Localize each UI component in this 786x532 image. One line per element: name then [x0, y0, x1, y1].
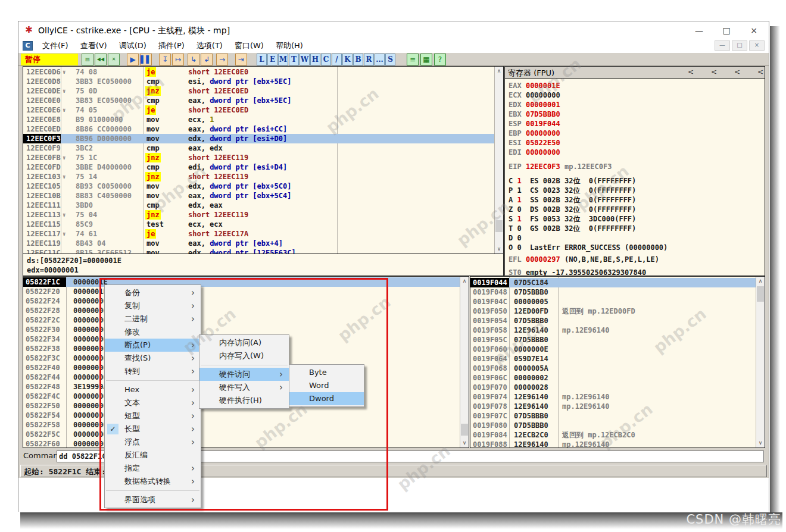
menubar-item-2[interactable]: 调试(D) [113, 39, 152, 52]
executables-window-button[interactable]: E [267, 54, 277, 65]
collapse-button[interactable]: < [756, 68, 765, 76]
register-line[interactable]: EIP 12EEC0F3 mp.12EEC0F3 [509, 162, 612, 171]
stack-row[interactable]: 0019F06C00000002 [470, 373, 765, 383]
open-file-button[interactable]: ▤ [82, 54, 93, 65]
register-line[interactable]: Z 0 DS 002B 32位 0(FFFFFFFF) [509, 205, 636, 214]
stack-row[interactable]: 0019F07812E96140mp.12E96140 [470, 402, 765, 411]
collapse-button[interactable]: < [687, 68, 695, 76]
step-over-button[interactable]: ↦ [172, 54, 184, 65]
register-line[interactable]: EFL 00000297 (NO,B,NE,BE,S,PE,L,LE) [509, 255, 659, 264]
patches-window-button[interactable]: / [332, 54, 342, 65]
register-line[interactable]: O 0 LastErr ERROR_SUCCESS (00000000) [509, 243, 668, 252]
scroll-up-icon[interactable]: ∧ [495, 67, 503, 76]
register-line[interactable]: EBP 00000000 [509, 129, 560, 138]
stack-row[interactable]: 0019F07412E96140mp.12E96140 [470, 392, 765, 402]
disasm-row[interactable]: 12EEC0E03B83 EC050000cmpeax, dword ptr [… [23, 96, 503, 105]
references-window-button[interactable]: R [364, 54, 374, 65]
disasm-row[interactable]: 12EEC0D83BB3 EC050000cmpesi, dword ptr [… [23, 77, 503, 86]
threads-window-button[interactable]: T [289, 54, 299, 65]
register-line[interactable]: EAX 0000001E [509, 81, 560, 90]
register-line[interactable]: EBX 07D5BBB0 [509, 109, 560, 119]
cpu-window-icon[interactable]: C [23, 41, 33, 51]
disasm-row[interactable]: 12EEC0FD3BBE D4000000cmpedi, dword ptr [… [23, 162, 503, 172]
stack-row[interactable]: 0019F04C00000005 [470, 297, 765, 306]
disasm-row[interactable]: 12EEC1113BD0cmpedx, eax [23, 201, 503, 210]
disasm-row[interactable]: 12EEC0E6∨74 05jeshort 12EEC0ED [23, 105, 503, 115]
animate-over-button[interactable]: ↲ [201, 54, 213, 65]
scroll-thumb[interactable] [757, 286, 764, 302]
dump-scrollbar[interactable]: ∧ ∨ [460, 277, 469, 447]
scroll-down-icon[interactable]: ∨ [460, 439, 469, 447]
disasm-row[interactable]: 12EEC113∨75 04jnzshort 12EEC119 [23, 210, 503, 220]
disasm-row[interactable]: 12EEC0D6∨74 08jeshort 12EEC0E0 [23, 67, 503, 77]
stack-row[interactable]: 0019F08007D5BBB0 [470, 421, 765, 430]
mdi-close-button[interactable]: × [749, 40, 765, 51]
disasm-scrollbar[interactable]: ∧ ∨ [494, 67, 503, 254]
run-to-return-button[interactable]: → [216, 54, 228, 65]
disasm-row[interactable]: 12EEC0ED8B86 CC000000moveax, dword ptr [… [23, 124, 503, 134]
disasm-row[interactable]: 12EEC117∨74 61jeshort 12EEC17A [23, 229, 503, 239]
disasm-row[interactable]: 12EEC1198B43 04moveax, dword ptr [ebx+4] [23, 239, 503, 248]
register-line[interactable]: P 1 CS 0023 32位 0(FFFFFFFF) [509, 186, 636, 195]
animate-into-button[interactable]: ↳ [188, 54, 199, 65]
pause-button[interactable]: ▌▌ [140, 54, 152, 65]
menubar-item-5[interactable]: 窗口(W) [229, 39, 270, 52]
stack-row[interactable]: 0019F04407D5C184 [470, 278, 765, 287]
register-line[interactable]: ESP 0019F044 [509, 119, 560, 129]
stack-row[interactable]: 0019F05C07D5BBB0 [470, 335, 765, 345]
source-window-button[interactable]: S [385, 54, 395, 65]
collapse-button[interactable]: < [733, 68, 741, 76]
close-button[interactable]: × [740, 21, 768, 39]
register-line[interactable]: ST0 empty -17.395502506329307840 [509, 268, 646, 276]
memory-window-button[interactable]: M [278, 54, 288, 65]
disasm-row[interactable]: 12EEC0E8B9 01000000movecx, 1 [23, 115, 503, 124]
register-line[interactable]: EDX 00000001 [509, 100, 560, 109]
register-line[interactable]: D 0 [509, 233, 522, 243]
menubar-item-0[interactable]: 文件(F) [36, 39, 74, 52]
breakpoints-window-button[interactable]: B [353, 54, 363, 65]
register-line[interactable]: EDI 00000000 [509, 148, 560, 157]
stack-row[interactable]: 0019F05812E96140mp.12E96140 [470, 326, 765, 335]
disassembly-pane[interactable]: 12EEC0D6∨74 08jeshort 12EEC0E012EEC0D83B… [23, 66, 504, 254]
windows-window-button[interactable]: W [300, 54, 310, 65]
stack-row[interactable]: 0019F08812E96140mp.12E96140 [470, 440, 765, 448]
help-button[interactable]: ? [434, 54, 446, 65]
stack-row[interactable]: 0019F05012ED00FD返回到 mp.12ED00FD [470, 306, 765, 316]
scroll-up-icon[interactable]: ∧ [756, 277, 765, 286]
disasm-row[interactable]: 12EEC0F93BC2cmpeax, edx [23, 143, 503, 153]
run-button[interactable]: ▶ [127, 54, 139, 65]
disasm-row[interactable]: 12EEC103∨75 14jnzshort 12EEC119 [23, 172, 503, 181]
stack-row[interactable]: 0019F07C07D5BBB0 [470, 411, 765, 421]
step-into-button[interactable]: ↧ [159, 54, 171, 65]
register-line[interactable]: T 0 GS 002B 32位 0(FFFFFFFF) [509, 224, 636, 233]
scroll-thumb[interactable] [495, 220, 503, 232]
stack-row[interactable]: 0019F05407D5BBB0 [470, 316, 765, 326]
disasm-row[interactable]: 12EEC0F38B96 D0000000movedx, dword ptr [… [23, 134, 503, 143]
go-to-address-button[interactable]: ⇥ [235, 54, 247, 65]
register-line[interactable]: ESI 05822E50 [509, 138, 560, 148]
scroll-down-icon[interactable]: ∨ [495, 245, 503, 254]
restart-button[interactable]: ◀◀ [95, 54, 107, 65]
scroll-up-icon[interactable]: ∧ [460, 277, 469, 286]
stack-scrollbar[interactable]: ∧ ∨ [756, 277, 765, 447]
disasm-row[interactable]: 12EEC0DE∨75 0Djnzshort 12EEC0ED [23, 86, 503, 96]
close-process-button[interactable]: ✕ [108, 54, 120, 65]
stack-row[interactable]: 0019F07000000028 [470, 383, 765, 392]
mdi-minimize-button[interactable]: — [715, 40, 730, 51]
call-stack-window-button[interactable]: K [342, 54, 353, 65]
menubar-item-3[interactable]: 插件(P) [152, 39, 191, 52]
disasm-row[interactable]: 12EEC11585C9testecx, ecx [23, 220, 503, 229]
stack-row[interactable]: 0019F0600000000E [470, 345, 765, 354]
disasm-row[interactable]: 12EEC10B8B83 C4050000moveax, dword ptr [… [23, 191, 503, 201]
log-window-button[interactable]: L [257, 54, 267, 65]
register-line[interactable]: A 1 SS 002B 32位 0(FFFFFFFF) [509, 195, 636, 205]
cpu-window-button[interactable]: C [321, 54, 331, 65]
disasm-row[interactable]: 12EEC0FB∨75 1Cjnzshort 12EEC119 [23, 153, 503, 162]
options-button[interactable]: ≡ [407, 54, 419, 65]
register-line[interactable]: S 1 FS 0053 32位 3DC000(FFF) [509, 214, 636, 224]
menubar-item-6[interactable]: 帮助(H) [270, 39, 309, 52]
stack-pane[interactable]: 0019F04407D5C1840019F04807D5BBB00019F04C… [470, 276, 765, 448]
mdi-restore-button[interactable]: □ [732, 40, 747, 51]
handles-window-button[interactable]: H [310, 54, 320, 65]
minimize-button[interactable]: — [685, 21, 713, 39]
